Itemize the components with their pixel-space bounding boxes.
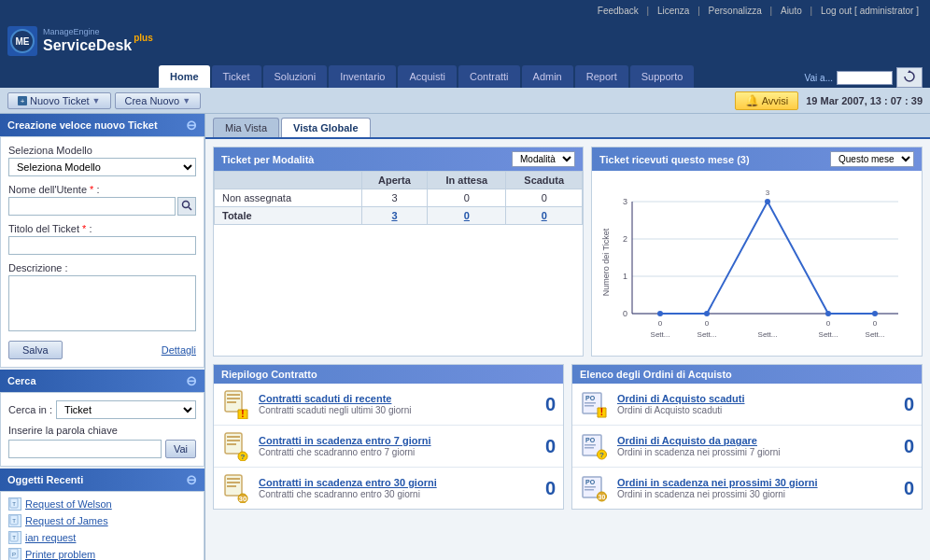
recent-item-0[interactable]: T Request of Welson <box>8 496 196 512</box>
chart-point-0 <box>657 311 663 316</box>
nav-soluzioni[interactable]: Soluzioni <box>263 65 328 88</box>
total-scaduta[interactable]: 0 <box>506 207 583 225</box>
recent-header[interactable]: Oggetti Recenti ⊖ <box>0 469 204 491</box>
titolo-ticket-input[interactable] <box>8 236 196 255</box>
seleziona-modello-select[interactable]: Seleziona Modello <box>8 158 196 176</box>
descrizione-group: Descrizione : <box>8 262 196 333</box>
recent-item-1[interactable]: T Request of James <box>8 512 196 529</box>
ordini-link-0[interactable]: Ordini di Acquisto scaduti <box>617 393 745 404</box>
search-collapse-icon: ⊖ <box>186 373 197 388</box>
svg-rect-30 <box>227 443 236 445</box>
descrizione-textarea[interactable] <box>8 275 196 331</box>
chart-x-2: Sett... <box>758 330 778 339</box>
ordini-count-1: 0 <box>895 436 914 457</box>
crea-nuovo-button[interactable]: Crea Nuovo ▼ <box>115 92 202 109</box>
contratto-count-1: 0 <box>537 436 556 457</box>
svg-rect-42 <box>585 405 594 407</box>
ordini-count-2: 0 <box>895 478 914 499</box>
tab-vista-globale[interactable]: Vista Globale <box>281 118 371 137</box>
creation-section: Creazione veloce nuovo Ticket ⊖ Selezion… <box>0 114 204 368</box>
cerca-in-select[interactable]: Ticket <box>56 400 196 419</box>
nav-supporto[interactable]: Supporto <box>630 65 695 88</box>
ordini-item-2: PO30 Ordini in scadenza nei prossimi 30 … <box>572 468 922 509</box>
total-aperta[interactable]: 3 <box>361 207 428 225</box>
personalizza-link[interactable]: Personalizza <box>709 6 762 16</box>
svg-point-5 <box>183 202 190 208</box>
contratto-desc-2: Contratti che scadranno entro 30 giorni <box>259 489 529 499</box>
dettagli-link[interactable]: Dettagli <box>162 344 196 356</box>
ordini-link-2[interactable]: Ordini in scadenza nei prossimi 30 giorn… <box>617 477 818 488</box>
licenza-link[interactable]: Licenza <box>657 6 689 16</box>
nav-inventario[interactable]: Inventario <box>329 65 396 88</box>
nav-report[interactable]: Report <box>575 65 628 88</box>
col-header-aperta: Aperta <box>361 172 428 189</box>
content-body: Ticket per Modalità Modalità Aperta In <box>205 139 930 517</box>
logout-link[interactable]: Log out [ administrator ] <box>821 6 919 16</box>
recent-label-3: Printer problem <box>25 549 95 560</box>
search-header[interactable]: Cerca ⊖ <box>0 370 204 392</box>
nav-admin[interactable]: Admin <box>522 65 573 88</box>
nav-ticket[interactable]: Ticket <box>212 65 261 88</box>
recent-item-3[interactable]: P Printer problem <box>8 546 196 560</box>
contratto-count-2: 0 <box>537 478 556 499</box>
nuovo-ticket-button[interactable]: + Nuovo Ticket ▼ <box>7 92 111 109</box>
svg-line-6 <box>189 207 191 210</box>
ticket-table: Aperta In attesa Scaduta Non assegnata 3… <box>214 171 583 225</box>
chart-point-3 <box>825 311 831 316</box>
recent-item-2[interactable]: T ian request <box>8 529 196 546</box>
search-input[interactable] <box>8 440 162 458</box>
svg-text:PO: PO <box>585 437 596 443</box>
nav-contratti[interactable]: Contratti <box>458 65 520 88</box>
contratto-item-2: 30 Contratti in scadenza entro 30 giorni… <box>214 468 563 509</box>
svg-text:T: T <box>12 518 16 524</box>
recent-icon-3: P <box>8 548 21 560</box>
refresh-button[interactable] <box>896 67 923 88</box>
creation-footer: Salva Dettagli <box>8 341 196 359</box>
titolo-label: Titolo del Ticket * : <box>8 223 196 234</box>
chart-y-2: 2 <box>623 234 627 244</box>
logo-text-area: ManageEngine ServiceDesk <box>43 27 132 54</box>
total-in-attesa[interactable]: 0 <box>428 207 506 225</box>
contratto-link-2[interactable]: Contratti in scadenza entro 30 giorni <box>259 477 437 488</box>
avvisi-button[interactable]: 🔔 Avvisi <box>735 91 799 110</box>
creation-header[interactable]: Creazione veloce nuovo Ticket ⊖ <box>0 114 204 136</box>
feedback-link[interactable]: Feedback <box>598 6 639 16</box>
svg-rect-34 <box>227 478 240 480</box>
sidebar: Creazione veloce nuovo Ticket ⊖ Selezion… <box>0 114 205 560</box>
svg-rect-47 <box>585 444 596 446</box>
titolo-required: * <box>82 223 86 234</box>
vai-a-input[interactable] <box>837 71 893 85</box>
ordini-items: PO! Ordini di Acquisto scaduti Ordini di… <box>572 384 922 509</box>
chart-period-select[interactable]: Questo mese <box>830 151 914 167</box>
recent-label-1: Request of James <box>25 515 108 526</box>
total-label: Totale <box>215 207 362 225</box>
salva-button[interactable]: Salva <box>8 341 63 359</box>
logo-area: ME ManageEngine ServiceDesk plus <box>7 26 153 56</box>
contratto-icon-1: ? <box>221 431 251 461</box>
nav-home[interactable]: Home <box>159 65 210 88</box>
svg-text:T: T <box>12 535 16 540</box>
svg-rect-54 <box>585 489 594 491</box>
ordini-link-1[interactable]: Ordini di Acquisto da pagare <box>617 435 757 446</box>
ordini-title: Elenco degli Ordini di Acquisto <box>580 369 732 380</box>
vai-button[interactable]: Vai <box>165 440 196 458</box>
modalita-select[interactable]: Modalità <box>512 151 575 167</box>
row-in-attesa-non-assegnata: 0 <box>428 189 506 207</box>
nome-utente-input[interactable] <box>8 197 176 216</box>
ordini-header: Elenco degli Ordini di Acquisto <box>572 365 922 384</box>
contratto-link-1[interactable]: Contratti in scadenza entro 7 giorni <box>259 435 431 446</box>
titolo-ticket-group: Titolo del Ticket * : <box>8 223 196 255</box>
contratto-link-0[interactable]: Contratti scaduti di recente <box>259 393 391 404</box>
ordini-desc-2: Ordini in scadenza nei prossimi 30 giorn… <box>617 489 888 499</box>
ordini-icon-0: PO! <box>580 389 610 419</box>
nav-acquisti[interactable]: Acquisti <box>398 65 457 88</box>
descrizione-label: Descrizione : <box>8 262 196 273</box>
chart-y-3: 3 <box>623 197 627 206</box>
chart-header: Ticket ricevuti questo mese (3) Questo m… <box>592 147 922 171</box>
search-input-row: Vai <box>8 440 196 458</box>
search-section: Cerca ⊖ Cerca in : Ticket Inserire la pa… <box>0 370 204 467</box>
aiuto-link[interactable]: Aiuto <box>781 6 802 16</box>
tab-mia-vista[interactable]: Mia Vista <box>213 118 279 137</box>
svg-text:?: ? <box>241 453 246 461</box>
nome-search-button[interactable] <box>177 197 196 216</box>
